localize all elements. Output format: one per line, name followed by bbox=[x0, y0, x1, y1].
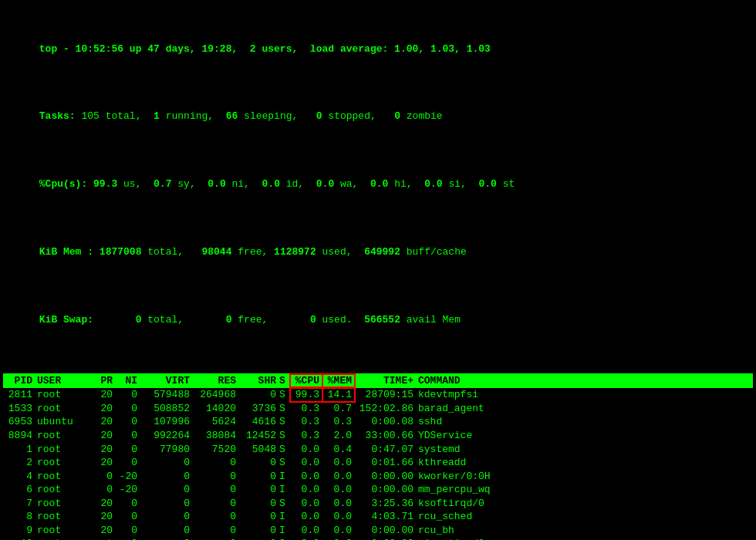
col-header-mem: %MEM bbox=[322, 374, 355, 388]
cell-virt: 77980 bbox=[140, 443, 193, 457]
cell-s: S bbox=[279, 415, 290, 429]
table-row: 9 root 20 0 0 0 0 I 0.0 0.0 0:00.00 rcu_… bbox=[3, 524, 753, 538]
header-line5: KiB Swap: 0 total, 0 free, 0 used. 56655… bbox=[3, 299, 753, 340]
cell-virt: 0 bbox=[140, 497, 193, 511]
cell-cpu: 99.3 bbox=[290, 388, 322, 402]
zombie-val: 0 bbox=[376, 110, 400, 122]
cell-pr: 20 bbox=[91, 388, 116, 402]
cell-s: S bbox=[279, 388, 290, 402]
cell-pr: 0 bbox=[91, 483, 116, 497]
cell-mem: 0.0 bbox=[322, 510, 355, 524]
cell-user: root bbox=[35, 537, 91, 540]
table-row: 2 root 20 0 0 0 0 S 0.0 0.0 0:01.66 kthr… bbox=[3, 456, 753, 470]
cell-user: root bbox=[35, 402, 91, 416]
cell-shr: 0 bbox=[239, 483, 279, 497]
cell-time: 0:00.00 bbox=[355, 483, 417, 497]
cell-s: S bbox=[279, 443, 290, 457]
cell-cpu: 0.0 bbox=[290, 470, 322, 484]
cell-cmd: kthreadd bbox=[417, 456, 753, 470]
cell-res: 0 bbox=[193, 470, 239, 484]
swap-free-lbl: free, bbox=[231, 314, 268, 326]
stopped-val: 0 bbox=[298, 110, 322, 122]
cell-mem: 0.7 bbox=[322, 402, 355, 416]
cell-cmd: kworker/0:0H bbox=[417, 470, 753, 484]
cell-cmd: sshd bbox=[417, 415, 753, 429]
cell-cpu: 0.0 bbox=[290, 497, 322, 511]
cell-s: S bbox=[279, 497, 290, 511]
cell-virt: 0 bbox=[140, 470, 193, 484]
swap-used-val: 0 bbox=[268, 314, 316, 326]
cell-s: I bbox=[279, 483, 290, 497]
cell-pr: 20 bbox=[91, 456, 116, 470]
process-table: PID USER PR NI VIRT RES SHR S %CPU %MEM … bbox=[3, 373, 753, 540]
cell-time: 0:01.66 bbox=[355, 456, 417, 470]
cell-time: 0:00.00 bbox=[355, 524, 417, 538]
cpu-us-val: 99.3 bbox=[87, 178, 117, 190]
cell-res: 264968 bbox=[193, 388, 239, 402]
table-row: 1 root 20 0 77980 7520 5048 S 0.0 0.4 0:… bbox=[3, 443, 753, 457]
cell-user: root bbox=[35, 497, 91, 511]
col-header-res: RES bbox=[193, 374, 239, 388]
stopped-txt: stopped, bbox=[322, 110, 376, 122]
cell-cpu: 0.0 bbox=[290, 483, 322, 497]
mem-buff-val: 649992 bbox=[353, 246, 400, 258]
cell-s: S bbox=[279, 429, 290, 443]
cpu-id-val: 0.0 bbox=[250, 178, 280, 190]
cell-virt: 0 bbox=[140, 524, 193, 538]
cell-shr: 0 bbox=[239, 524, 279, 538]
cell-res: 0 bbox=[193, 510, 239, 524]
swap-label: KiB Swap: bbox=[39, 314, 93, 326]
cell-mem: 0.0 bbox=[322, 497, 355, 511]
cell-time: 0:47.07 bbox=[355, 443, 417, 457]
header-line1: top - 10:52:56 up 47 days, 19:28, 2 user… bbox=[3, 29, 753, 69]
table-header-row: PID USER PR NI VIRT RES SHR S %CPU %MEM … bbox=[3, 373, 753, 389]
cell-time: 4:03.71 bbox=[355, 510, 417, 524]
cell-res: 38084 bbox=[193, 429, 239, 443]
cell-res: 0 bbox=[193, 483, 239, 497]
cpu-id-lbl: id, bbox=[280, 178, 304, 190]
cell-cmd: YDService bbox=[417, 429, 753, 443]
cell-s: S bbox=[279, 537, 290, 540]
cell-user: root bbox=[35, 510, 91, 524]
cell-cmd: migration/0 bbox=[417, 537, 753, 540]
cell-shr: 4616 bbox=[239, 415, 279, 429]
cell-ni: 0 bbox=[116, 537, 140, 540]
cell-time: 33:00.66 bbox=[355, 429, 417, 443]
cell-pid: 1533 bbox=[3, 402, 35, 416]
cell-pid: 8 bbox=[3, 510, 35, 524]
cell-shr: 0 bbox=[239, 456, 279, 470]
cell-user: root bbox=[35, 429, 91, 443]
swap-free-val: 0 bbox=[184, 314, 231, 326]
cell-shr: 0 bbox=[239, 497, 279, 511]
col-header-cpu: %CPU bbox=[290, 374, 322, 388]
cell-cpu: 0.3 bbox=[290, 402, 322, 416]
cell-mem: 0.0 bbox=[322, 470, 355, 484]
cell-pr: 20 bbox=[91, 415, 116, 429]
cell-pid: 4 bbox=[3, 470, 35, 484]
cpu-sy-val: 0.7 bbox=[141, 178, 171, 190]
cpu-ni-lbl: ni, bbox=[226, 178, 250, 190]
table-row: 4 root 0 -20 0 0 0 I 0.0 0.0 0:00.00 kwo… bbox=[3, 470, 753, 484]
sleeping-txt: sleeping, bbox=[238, 110, 298, 122]
col-header-cmd: COMMAND bbox=[417, 374, 753, 388]
swap-avail-val: 566552 bbox=[353, 314, 400, 326]
mem-used-val: 1128972 bbox=[268, 246, 316, 258]
cell-mem: 0.3 bbox=[322, 415, 355, 429]
cell-virt: 107996 bbox=[140, 415, 193, 429]
cell-cpu: 0.0 bbox=[290, 456, 322, 470]
cell-user: root bbox=[35, 388, 91, 402]
cell-user: root bbox=[35, 524, 91, 538]
cell-time: 152:02.86 bbox=[355, 402, 417, 416]
cell-s: I bbox=[279, 524, 290, 538]
cpu-label: %Cpu(s): bbox=[39, 178, 87, 190]
cpu-us-lbl: us, bbox=[117, 178, 141, 190]
cell-ni: 0 bbox=[116, 510, 140, 524]
cell-mem: 0.0 bbox=[322, 524, 355, 538]
cell-ni: 0 bbox=[116, 429, 140, 443]
cell-pid: 6953 bbox=[3, 415, 35, 429]
cell-cpu: 0.0 bbox=[290, 537, 322, 540]
mem-total-lbl: total, bbox=[141, 246, 184, 258]
process-rows-container: 2811 root 20 0 579488 264968 0 S 99.3 14… bbox=[3, 388, 753, 540]
header-line4: KiB Mem : 1877008 total, 98044 free, 112… bbox=[3, 231, 753, 272]
cell-time: 0:00.00 bbox=[355, 537, 417, 540]
